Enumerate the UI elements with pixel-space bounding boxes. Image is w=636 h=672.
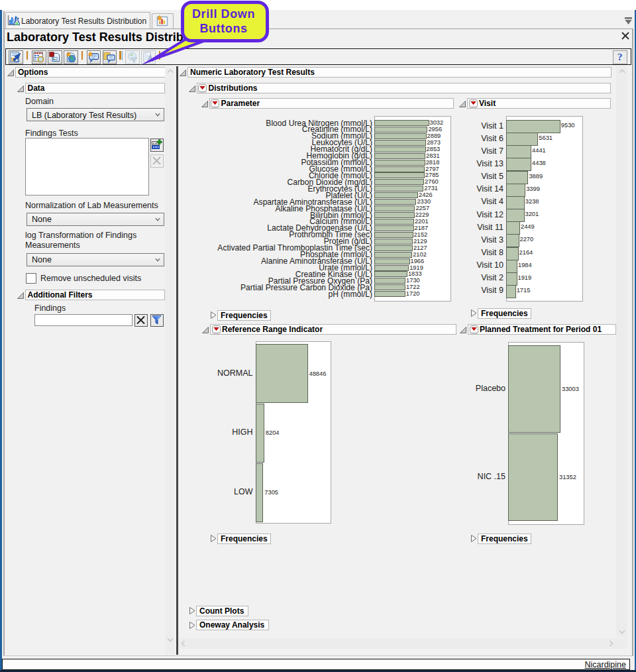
svg-text:Drill Down: Drill Down	[192, 7, 255, 21]
svg-text:Buttons: Buttons	[199, 22, 247, 35]
